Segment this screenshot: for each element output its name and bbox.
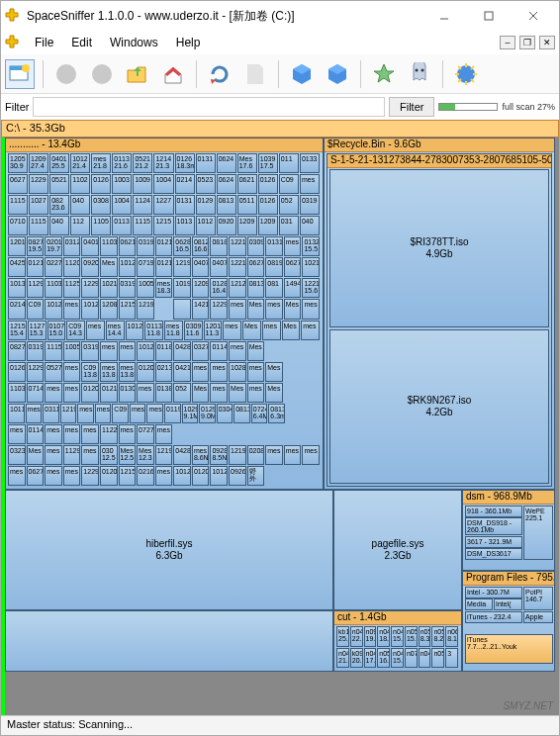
grid-cell[interactable]: 013215.5 bbox=[302, 236, 320, 256]
grid-cell[interactable]: 1103 bbox=[8, 383, 26, 403]
grid-cell[interactable]: n04315.9 bbox=[391, 626, 404, 647]
mdi-close-button[interactable]: ✕ bbox=[539, 36, 555, 49]
grid-cell[interactable]: 081 bbox=[265, 278, 283, 298]
grid-cell[interactable]: 082719.5 bbox=[27, 236, 45, 256]
grid-cell[interactable]: mes bbox=[155, 466, 173, 486]
grid-cell[interactable]: 1019 bbox=[173, 278, 191, 298]
grid-cell[interactable]: 0113 bbox=[112, 216, 132, 235]
grid-cell[interactable]: 0319 bbox=[300, 195, 320, 215]
grid-cell[interactable]: mes bbox=[63, 424, 81, 444]
grid-cell[interactable]: 112 bbox=[70, 216, 90, 235]
grid-cell[interactable]: 0627 bbox=[8, 174, 28, 194]
grid-cell[interactable]: mes bbox=[262, 321, 281, 340]
treemap[interactable]: ........... - 13.4Gb 120530.9120927.4040… bbox=[1, 138, 559, 715]
grid-cell[interactable]: 1129 bbox=[27, 278, 45, 298]
grid-cell[interactable]: 1004 bbox=[112, 195, 132, 215]
grid-cell[interactable]: 1215 bbox=[119, 299, 137, 319]
grid-cell[interactable]: 0407 bbox=[210, 257, 228, 277]
grid-cell[interactable]: 1229 bbox=[210, 299, 228, 319]
grid-cell[interactable]: 1212 bbox=[229, 278, 246, 298]
grid-cell[interactable]: 野外 bbox=[247, 466, 265, 486]
grid-cell[interactable]: mes21.8 bbox=[91, 153, 111, 173]
ghost-button[interactable] bbox=[405, 59, 434, 89]
grid-cell[interactable]: 0425 bbox=[8, 257, 26, 277]
grid-cell[interactable]: 1115 bbox=[133, 216, 152, 235]
grid-cell[interactable]: 0119 bbox=[164, 404, 181, 423]
grid-cell[interactable]: 120530.9 bbox=[8, 153, 28, 173]
grid-cell[interactable]: mes18.3 bbox=[155, 278, 173, 298]
grid-cell[interactable]: 1209 bbox=[258, 216, 278, 235]
grid-cell[interactable]: 0428 bbox=[173, 341, 191, 361]
grid-cell[interactable]: 0311 bbox=[43, 404, 59, 423]
grid-cell[interactable]: mes8.6N bbox=[192, 445, 210, 465]
grid-cell[interactable]: mes bbox=[247, 362, 265, 382]
grid-cell[interactable]: 0624 bbox=[217, 174, 236, 194]
grid-cell[interactable]: Mes bbox=[242, 321, 261, 340]
grid-cell[interactable]: Mes bbox=[247, 341, 265, 361]
grid-cell[interactable]: C09 bbox=[27, 299, 45, 319]
grid-cell[interactable]: Mes bbox=[265, 383, 283, 403]
window-close-button[interactable] bbox=[511, 2, 555, 30]
grid-cell[interactable]: 0714 bbox=[27, 383, 45, 403]
grid-cell[interactable]: 1421 bbox=[192, 299, 210, 319]
back-button[interactable] bbox=[51, 59, 81, 89]
grid-cell[interactable]: 3 bbox=[445, 648, 458, 669]
block-hiberfil[interactable]: hiberfil.sys6.3Gb bbox=[5, 490, 333, 610]
grid-cell[interactable]: mes bbox=[284, 236, 302, 256]
grid-cell[interactable]: Mes bbox=[282, 321, 301, 340]
grid-cell[interactable]: 0126 bbox=[91, 174, 111, 194]
grid-cell[interactable]: 1221 bbox=[229, 236, 246, 256]
grid-cell[interactable]: 120927.4 bbox=[29, 153, 48, 173]
grid-cell[interactable]: 0130 bbox=[119, 383, 137, 403]
mdi-minimize-button[interactable]: – bbox=[500, 36, 515, 49]
block-dsm[interactable]: dsm - 968.9Mb 918 - 360.1Mb DSM_DS918 - … bbox=[462, 490, 555, 571]
grid-cell[interactable]: mes bbox=[155, 424, 173, 444]
grid-cell[interactable]: 1208 bbox=[100, 299, 118, 319]
grid-cell[interactable]: 0813 bbox=[217, 195, 236, 215]
grid-cell[interactable]: n053 bbox=[431, 648, 444, 669]
grid-cell[interactable]: 0627 bbox=[284, 257, 302, 277]
grid-cell[interactable]: mes bbox=[45, 466, 62, 486]
grid-cell[interactable]: 1201 bbox=[8, 236, 26, 256]
grid-cell[interactable]: mes bbox=[302, 299, 320, 319]
refresh-button[interactable] bbox=[205, 59, 234, 89]
grid-cell[interactable]: Mes17.6 bbox=[237, 153, 257, 173]
block-iso1[interactable]: $RI378TT.iso4.9Gb bbox=[329, 169, 549, 327]
file-button[interactable] bbox=[240, 59, 270, 89]
grid-cell[interactable]: 0319 bbox=[27, 341, 45, 361]
block-dsm-ds3617[interactable]: DSM_DS3617 bbox=[465, 548, 522, 560]
grid-cell[interactable]: 1221 bbox=[229, 257, 246, 277]
grid-cell[interactable]: C0913.8 bbox=[81, 362, 99, 382]
grid-cell[interactable]: n07 bbox=[405, 648, 418, 669]
grid-cell[interactable]: n0618.1M bbox=[445, 626, 458, 647]
grid-cell[interactable]: 0818 bbox=[210, 236, 228, 256]
grid-cell[interactable]: mes bbox=[45, 445, 62, 465]
grid-cell[interactable]: 1021 bbox=[100, 278, 118, 298]
grid-cell[interactable]: 1122 bbox=[100, 424, 118, 444]
forward-button[interactable] bbox=[87, 59, 117, 89]
grid-cell[interactable]: 1021 bbox=[302, 257, 320, 277]
grid-cell[interactable]: n05915.9 bbox=[405, 626, 418, 647]
grid-cell[interactable]: 0216 bbox=[137, 466, 154, 486]
grid-cell[interactable]: 0114 bbox=[210, 341, 228, 361]
grid-cell[interactable]: 0710 bbox=[8, 216, 28, 235]
grid-cell[interactable]: mes bbox=[229, 341, 246, 361]
grid-cell[interactable]: n05516.4 bbox=[377, 648, 390, 669]
grid-cell[interactable]: 1009 bbox=[133, 174, 152, 194]
grid-cell[interactable]: kb1425.6 bbox=[336, 626, 349, 647]
home-button[interactable] bbox=[158, 59, 188, 89]
grid-cell[interactable]: 0126 bbox=[8, 362, 26, 382]
grid-cell[interactable]: mes bbox=[81, 445, 99, 465]
cube-blue-button[interactable] bbox=[287, 59, 317, 89]
grid-cell[interactable]: 012618.3m bbox=[175, 153, 195, 173]
grid-cell[interactable]: mes bbox=[63, 362, 81, 382]
grid-cell[interactable]: mes bbox=[137, 383, 154, 403]
grid-cell[interactable]: 1012 bbox=[45, 299, 62, 319]
grid-cell[interactable]: 1103 bbox=[100, 236, 118, 256]
grid-cell[interactable]: 040 bbox=[300, 216, 320, 235]
grid-cell[interactable]: 0926 bbox=[229, 466, 246, 486]
cube-blue2-button[interactable] bbox=[323, 59, 352, 89]
grid-cell[interactable]: 1229 bbox=[81, 278, 99, 298]
grid-cell[interactable]: 1012 bbox=[81, 299, 99, 319]
grid-cell[interactable]: mes bbox=[81, 424, 99, 444]
